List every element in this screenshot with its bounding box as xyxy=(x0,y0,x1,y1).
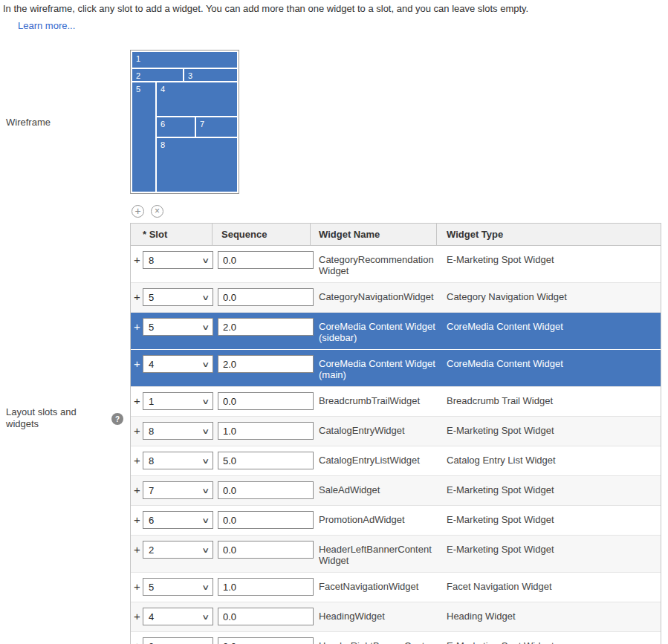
widget-name-cell: CoreMedia Content Widget (main) xyxy=(319,355,437,380)
plus-icon: + xyxy=(134,206,140,216)
wireframe-slot-1[interactable]: 1 xyxy=(132,52,237,68)
sequence-input[interactable] xyxy=(218,541,314,559)
widget-type-cell: Facet Navigation Widget xyxy=(447,578,661,592)
row-add-icon[interactable]: + xyxy=(134,640,143,644)
row-add-icon[interactable]: + xyxy=(134,320,143,334)
slot-select[interactable]: 8 ∨ xyxy=(143,251,213,269)
slot-number: 2 xyxy=(132,69,183,80)
widget-type-cell: Breadcrumb Trail Widget xyxy=(447,392,661,406)
widget-type-cell: Category Navigation Widget xyxy=(447,288,661,302)
remove-circle-button[interactable]: × xyxy=(151,205,163,218)
table-row[interactable]: + 2 ∨ HeaderLeftBannerContentWidget E-Ma… xyxy=(131,535,661,572)
slot-select[interactable]: 8 ∨ xyxy=(143,422,213,440)
table-row[interactable]: + 1 ∨ BreadcrumbTrailWidget Breadcrumb T… xyxy=(131,386,661,416)
sequence-input[interactable] xyxy=(218,637,314,644)
widget-type-cell: E-Marketing Spot Widget xyxy=(447,637,661,644)
slot-select[interactable]: 3 ∨ xyxy=(143,637,213,644)
sequence-input[interactable] xyxy=(218,481,314,499)
chevron-down-icon: ∨ xyxy=(201,457,210,465)
slot-select[interactable]: 6 ∨ xyxy=(143,511,213,529)
sequence-input[interactable] xyxy=(218,318,314,336)
wireframe-slot-6[interactable]: 6 xyxy=(157,117,195,137)
slot-select[interactable]: 2 ∨ xyxy=(143,541,213,559)
slot-select[interactable]: 1 ∨ xyxy=(143,392,213,410)
row-add-icon[interactable]: + xyxy=(134,580,143,593)
table-row[interactable]: + 7 ∨ SaleAdWidget E-Marketing Spot Widg… xyxy=(131,475,661,505)
layout-slots-field-label: Layout slots and widgets xyxy=(6,406,94,430)
wireframe-slot-5[interactable]: 5 xyxy=(132,82,155,192)
slot-select-value: 8 xyxy=(149,455,154,466)
chevron-down-icon: ∨ xyxy=(201,487,210,495)
wireframe-diagram: 1 2 3 4 5 6 7 8 xyxy=(130,50,239,194)
sequence-input[interactable] xyxy=(218,578,314,596)
slot-select[interactable]: 5 ∨ xyxy=(143,288,213,306)
chevron-down-icon: ∨ xyxy=(201,323,210,331)
table-header-row: * Slot Sequence Widget Name Widget Type xyxy=(131,224,661,246)
row-add-icon[interactable]: + xyxy=(134,290,143,304)
wireframe-slot-3[interactable]: 3 xyxy=(184,69,237,81)
table-row[interactable]: + 3 ∨ HeaderRightBannerContentWidget E-M… xyxy=(131,631,661,644)
wireframe-slot-2[interactable]: 2 xyxy=(132,69,183,81)
widget-name-cell: SaleAdWidget xyxy=(319,481,437,495)
add-circle-button[interactable]: + xyxy=(132,205,144,218)
sequence-input[interactable] xyxy=(218,251,314,269)
sequence-input[interactable] xyxy=(218,355,314,373)
widget-name-cell: PromotionAdWidget xyxy=(319,511,437,525)
wireframe-slot-8[interactable]: 8 xyxy=(157,138,237,192)
slot-number: 5 xyxy=(132,82,155,94)
row-add-icon[interactable]: + xyxy=(134,394,143,408)
slot-select-value: 8 xyxy=(149,426,154,437)
widget-type-cell: Heading Widget xyxy=(447,608,661,622)
slot-select[interactable]: 4 ∨ xyxy=(143,608,213,625)
slot-number: 3 xyxy=(184,69,237,80)
table-row[interactable]: + 4 ∨ HeadingWidget Heading Widget xyxy=(131,602,661,631)
widget-type-cell: Catalog Entry List Widget xyxy=(447,452,661,466)
row-add-icon[interactable]: + xyxy=(134,484,143,497)
table-body: + 8 ∨ CategoryRecommendationWidget E-Mar… xyxy=(131,246,661,644)
column-header-widget-type: Widget Type xyxy=(437,224,661,245)
slot-number: 1 xyxy=(132,52,237,63)
table-row[interactable]: + 4 ∨ CoreMedia Content Widget (main) Co… xyxy=(131,349,661,386)
table-row[interactable]: + 8 ∨ CategoryRecommendationWidget E-Mar… xyxy=(131,246,661,282)
table-row[interactable]: + 5 ∨ CategoryNavigationWidget Category … xyxy=(131,282,661,312)
slot-number: 8 xyxy=(157,138,237,149)
chevron-down-icon: ∨ xyxy=(201,516,210,524)
sequence-input[interactable] xyxy=(218,422,314,440)
row-add-icon[interactable]: + xyxy=(134,454,143,467)
slot-select[interactable]: 7 ∨ xyxy=(143,481,213,499)
slot-select-value: 5 xyxy=(149,582,154,593)
help-icon[interactable]: ? xyxy=(111,413,123,425)
column-header-slot: * Slot xyxy=(131,224,213,245)
table-row[interactable]: + 6 ∨ PromotionAdWidget E-Marketing Spot… xyxy=(131,505,661,535)
widget-name-cell: CategoryNavigationWidget xyxy=(319,288,437,302)
slot-select-value: 3 xyxy=(149,641,154,644)
sequence-input[interactable] xyxy=(218,511,314,529)
row-add-icon[interactable]: + xyxy=(134,253,143,267)
slot-number: 4 xyxy=(157,82,237,94)
sequence-input[interactable] xyxy=(218,608,314,625)
slot-select[interactable]: 8 ∨ xyxy=(143,452,213,469)
slot-select[interactable]: 5 ∨ xyxy=(143,318,213,336)
wireframe-slot-7[interactable]: 7 xyxy=(196,117,237,137)
slot-select[interactable]: 4 ∨ xyxy=(143,355,213,373)
row-add-icon[interactable]: + xyxy=(134,357,143,371)
table-row[interactable]: + 8 ∨ CatalogEntryListWidget Catalog Ent… xyxy=(131,446,661,475)
table-row[interactable]: + 5 ∨ FacetNavigationWidget Facet Naviga… xyxy=(131,572,661,602)
slot-select[interactable]: 5 ∨ xyxy=(143,578,213,596)
wireframe-slot-4[interactable]: 4 xyxy=(157,82,237,116)
close-icon: × xyxy=(155,206,160,215)
row-add-icon[interactable]: + xyxy=(134,424,143,438)
chevron-down-icon: ∨ xyxy=(201,293,210,302)
slot-select-value: 7 xyxy=(149,485,154,496)
sequence-input[interactable] xyxy=(218,392,314,410)
widget-type-cell: CoreMedia Content Widget xyxy=(447,355,661,369)
table-row[interactable]: + 8 ∨ CatalogEntryWidget E-Marketing Spo… xyxy=(131,416,661,446)
row-add-icon[interactable]: + xyxy=(134,610,143,623)
row-add-icon[interactable]: + xyxy=(134,513,143,527)
sequence-input[interactable] xyxy=(218,288,314,306)
row-add-icon[interactable]: + xyxy=(134,543,143,556)
instructions-block: In the wireframe, click any slot to add … xyxy=(3,3,528,31)
learn-more-link[interactable]: Learn more... xyxy=(18,20,75,31)
sequence-input[interactable] xyxy=(218,452,314,469)
table-row[interactable]: + 5 ∨ CoreMedia Content Widget (sidebar)… xyxy=(131,312,661,349)
